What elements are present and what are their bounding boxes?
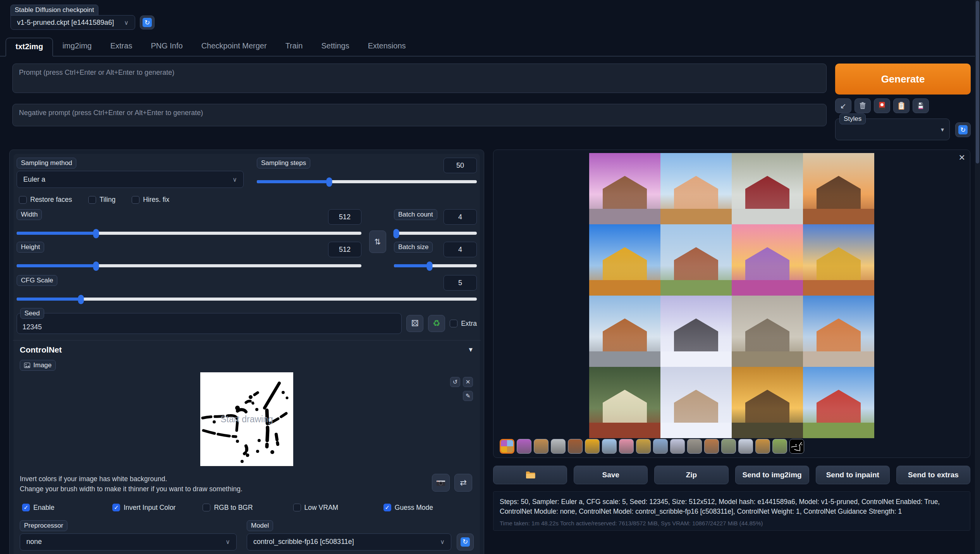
- gallery-image-yellow-house-blue-sky[interactable]: [589, 224, 660, 296]
- slider-handle[interactable]: [93, 262, 99, 271]
- gallery-image-snowy-cabin[interactable]: [660, 367, 732, 438]
- close-icon[interactable]: ✕: [958, 153, 965, 162]
- slider-handle[interactable]: [78, 295, 84, 304]
- checkbox-invert-input-color[interactable]: ✓Invert Input Color: [112, 504, 203, 512]
- gallery-image-cream-house-forest[interactable]: [589, 367, 660, 438]
- model-select[interactable]: control_scribble-fp16 [c508311e] ∨: [247, 533, 451, 551]
- thumbnail-11[interactable]: [687, 439, 702, 454]
- gallery-image-brick-house-field[interactable]: [660, 224, 732, 296]
- generate-button[interactable]: Generate: [835, 64, 971, 95]
- slider-handle[interactable]: [93, 229, 99, 238]
- slider-track[interactable]: [17, 264, 361, 267]
- undo-button[interactable]: ↺: [450, 377, 460, 387]
- trash-button[interactable]: [854, 98, 871, 113]
- tab-checkpoint-merger[interactable]: Checkpoint Merger: [192, 38, 276, 56]
- gallery-image-colorful-house-magenta[interactable]: [732, 224, 803, 296]
- thumbnail-14[interactable]: [738, 439, 753, 454]
- send-to-extras-button[interactable]: Send to extras: [896, 466, 970, 484]
- height-input[interactable]: 512: [328, 242, 361, 257]
- negative-prompt-input[interactable]: [12, 104, 827, 126]
- send-to-img2img-button[interactable]: Send to img2img: [735, 466, 809, 484]
- send-to-inpaint-button[interactable]: Send to inpaint: [816, 466, 890, 484]
- thumbnail-12[interactable]: [704, 439, 719, 454]
- batch-size-slider[interactable]: [394, 261, 477, 270]
- page-scrollbar[interactable]: [975, 0, 980, 554]
- gallery-image-golden-sunset-barn[interactable]: [732, 367, 803, 438]
- sampling-steps-input[interactable]: 50: [444, 158, 477, 173]
- apply-style-button[interactable]: [893, 98, 910, 113]
- gallery-image-sunlit-teal-house[interactable]: [803, 224, 874, 296]
- tab-settings[interactable]: Settings: [312, 38, 358, 56]
- refresh-checkpoint-button[interactable]: ↻: [140, 15, 155, 29]
- thumbnail-7[interactable]: [619, 439, 634, 454]
- checkbox-enable[interactable]: ✓Enable: [22, 504, 112, 512]
- cfg-scale-slider[interactable]: [17, 294, 477, 304]
- checkpoint-select[interactable]: v1-5-pruned.ckpt [e1441589a6] ∨: [10, 15, 135, 30]
- thumbnail-9[interactable]: [653, 439, 668, 454]
- thumbnail-8[interactable]: [636, 439, 651, 454]
- thumbnail-5[interactable]: [585, 439, 600, 454]
- tab-img2img[interactable]: img2img: [53, 38, 101, 56]
- checkbox-low-vram[interactable]: ✓Low VRAM: [293, 504, 383, 512]
- width-input[interactable]: 512: [328, 209, 361, 225]
- thumbnail-2[interactable]: [534, 439, 548, 454]
- tab-txt2img[interactable]: txt2img: [5, 38, 53, 57]
- checkbox-guess-mode[interactable]: ✓Guess Mode: [383, 504, 474, 512]
- gallery-image-peach-cottage[interactable]: [660, 153, 732, 224]
- tab-extras[interactable]: Extras: [101, 38, 142, 56]
- save-style-button[interactable]: [913, 98, 929, 113]
- scrollbar-thumb[interactable]: [976, 1, 979, 163]
- gallery-image-sepia-old-house[interactable]: [732, 296, 803, 367]
- extra-networks-button[interactable]: [874, 98, 890, 113]
- tab-train[interactable]: Train: [276, 38, 312, 56]
- webcam-button[interactable]: [432, 474, 450, 492]
- checkbox-tiling[interactable]: ✓Tiling: [88, 196, 115, 204]
- thumbnail-6[interactable]: [602, 439, 617, 454]
- slider-handle[interactable]: [394, 229, 399, 238]
- sampling-steps-slider[interactable]: [257, 177, 477, 186]
- thumbnail-10[interactable]: [670, 439, 685, 454]
- cfg-scale-input[interactable]: 5: [444, 275, 477, 291]
- gallery-image-red-house-meadow[interactable]: [803, 367, 874, 438]
- swap-width-height-button[interactable]: ⇅: [369, 231, 386, 253]
- gallery-image-sunset-street[interactable]: [803, 153, 874, 224]
- controlnet-image-tab[interactable]: Image: [20, 360, 56, 371]
- width-slider[interactable]: [17, 229, 361, 238]
- thumbnail-15[interactable]: [755, 439, 770, 454]
- seed-extra-checkbox[interactable]: ✓ Extra: [450, 320, 477, 328]
- checkbox-restore-faces[interactable]: ✓Restore faces: [19, 196, 72, 204]
- slider-track[interactable]: [257, 180, 477, 183]
- slider-track[interactable]: [394, 232, 477, 235]
- gallery-image-lavender-snow-houses[interactable]: [660, 296, 732, 367]
- batch-count-input[interactable]: 4: [444, 209, 477, 225]
- preprocessor-select[interactable]: none ∨: [20, 533, 237, 551]
- slider-handle[interactable]: [327, 177, 332, 187]
- sampling-method-select[interactable]: Euler a ∨: [17, 171, 244, 188]
- gallery-image-colorful-alley[interactable]: [803, 296, 874, 367]
- mirror-webcam-button[interactable]: ⇄: [454, 474, 472, 492]
- thumbnail-1[interactable]: [517, 439, 531, 454]
- refresh-styles-button[interactable]: ↻: [955, 122, 971, 137]
- gallery-image-red-barns-snow[interactable]: [732, 153, 803, 224]
- seed-input[interactable]: Seed 12345: [17, 313, 402, 334]
- refresh-models-button[interactable]: ↻: [457, 533, 474, 551]
- reuse-seed-button[interactable]: ♻: [428, 315, 445, 332]
- slider-track[interactable]: [17, 298, 477, 301]
- styles-select[interactable]: Styles ▾: [835, 119, 950, 140]
- tab-extensions[interactable]: Extensions: [359, 38, 415, 56]
- gallery-image-village-purple-sunset[interactable]: [589, 153, 660, 224]
- thumbnail-scribble[interactable]: [789, 439, 804, 454]
- slider-track[interactable]: [17, 232, 361, 235]
- gallery-image-orange-row-street[interactable]: [589, 296, 660, 367]
- slider-track[interactable]: [394, 264, 477, 267]
- prompt-input[interactable]: [12, 64, 827, 93]
- thumbnail-grid-view[interactable]: [500, 439, 514, 454]
- height-slider[interactable]: [17, 261, 361, 270]
- random-seed-button[interactable]: ⚄: [406, 315, 423, 332]
- zip-button[interactable]: Zip: [654, 466, 728, 484]
- paste-arrow-button[interactable]: ↙: [835, 98, 851, 113]
- thumbnail-16[interactable]: [772, 439, 787, 454]
- controlnet-accordion-header[interactable]: ControlNet ▼: [20, 345, 474, 354]
- slider-handle[interactable]: [427, 262, 433, 271]
- thumbnail-4[interactable]: [568, 439, 583, 454]
